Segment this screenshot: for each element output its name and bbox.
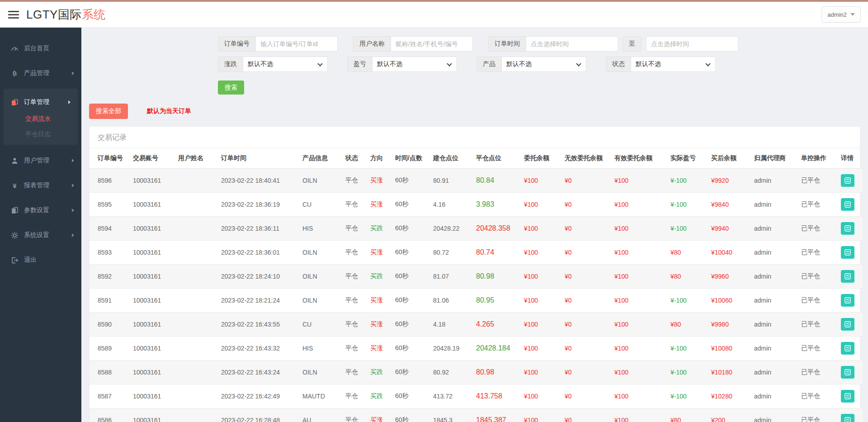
cell-valid: ¥100 <box>611 337 667 360</box>
cell-valid: ¥100 <box>611 241 667 265</box>
cell-id: 8593 <box>90 241 129 265</box>
detail-button[interactable] <box>841 270 854 283</box>
sidebar-item-users[interactable]: 用户管理 <box>0 152 81 170</box>
cell-valid: ¥100 <box>611 169 667 193</box>
sidebar-subitem-close-log[interactable]: 平仓日志 <box>4 127 78 142</box>
cell-open: 1845.3 <box>429 408 472 422</box>
detail-button[interactable] <box>841 414 854 422</box>
detail-button[interactable] <box>841 318 854 331</box>
dashboard-icon <box>11 45 19 52</box>
sidebar-item-parameters[interactable]: 参数设置 <box>0 201 81 219</box>
filter-label: 产品 <box>476 57 501 72</box>
cell-agent: admin <box>750 193 797 217</box>
cell-agent: admin <box>750 408 797 422</box>
table-row: 8588100031612023-02-22 16:43:24OILN平仓买跌6… <box>90 360 863 384</box>
cell-product: OILN <box>299 265 342 289</box>
cell-product: OILN <box>299 241 342 265</box>
sidebar-item-label: 产品管理 <box>24 69 49 77</box>
cell-balance: ¥9940 <box>708 217 750 241</box>
select-value: 默认不选 <box>636 60 661 68</box>
cell-time: 2023-02-22 18:36:11 <box>217 217 299 241</box>
cell-open: 80.72 <box>429 241 472 265</box>
cell-entrust: ¥100 <box>520 384 561 408</box>
top-header: LGTY国际系统 admin2 <box>0 2 868 27</box>
cell-invalid: ¥0 <box>561 265 611 289</box>
product-select[interactable]: 默认不选 <box>501 57 586 72</box>
search-button[interactable]: 搜索 <box>218 81 244 95</box>
detail-button[interactable] <box>841 198 854 211</box>
order-no-input[interactable] <box>255 36 338 52</box>
detail-button[interactable] <box>841 366 854 379</box>
detail-button[interactable] <box>841 390 854 403</box>
user-name: admin2 <box>827 11 847 18</box>
detail-button[interactable] <box>841 222 854 235</box>
cell-valid: ¥100 <box>611 313 667 337</box>
cell-balance: ¥9920 <box>708 169 750 193</box>
cell-invalid: ¥0 <box>561 241 611 265</box>
logout-icon <box>11 256 19 264</box>
cell-profit: ¥-100 <box>667 289 708 313</box>
chevron-down-icon <box>447 61 452 66</box>
sidebar-item-system[interactable]: 系统设置 <box>0 226 81 244</box>
cell-control: 已平仓 <box>797 408 837 422</box>
detail-button[interactable] <box>841 294 854 307</box>
sidebar-item-dashboard[interactable]: 后台首页 <box>0 39 81 57</box>
time-to-input[interactable] <box>646 36 738 52</box>
user-name-input[interactable] <box>391 36 473 52</box>
sidebar-item-order-management[interactable]: 订单管理 <box>4 93 78 111</box>
cell-invalid: ¥0 <box>561 169 611 193</box>
column-header: 建仓点位 <box>429 148 472 169</box>
column-header: 有效委托余额 <box>611 148 667 169</box>
time-from-input[interactable] <box>526 36 618 52</box>
column-header: 订单编号 <box>90 148 129 169</box>
menu-toggle-icon[interactable] <box>8 11 19 19</box>
cell-duration: 60秒 <box>392 265 429 289</box>
main-content: 订单编号 用户名称 订单时间 至 涨跌 默认不选 <box>81 27 868 422</box>
cell-account: 10003161 <box>129 265 175 289</box>
list-icon <box>844 393 851 399</box>
detail-button[interactable] <box>841 342 854 355</box>
column-header: 归属代理商 <box>750 148 797 169</box>
rise-fall-select[interactable]: 默认不选 <box>243 57 328 72</box>
cell-open: 413.72 <box>429 384 472 408</box>
cell-name <box>175 289 217 313</box>
cell-name <box>175 337 217 360</box>
cell-duration: 60秒 <box>392 193 429 217</box>
detail-button[interactable] <box>841 246 854 259</box>
profit-select[interactable]: 默认不选 <box>372 57 457 72</box>
cell-control: 已平仓 <box>797 193 837 217</box>
cell-valid: ¥100 <box>611 360 667 384</box>
cell-id: 8594 <box>90 217 129 241</box>
cell-name <box>175 408 217 422</box>
cell-entrust: ¥100 <box>520 360 561 384</box>
cell-invalid: ¥0 <box>561 289 611 313</box>
cell-name <box>175 217 217 241</box>
cell-agent: admin <box>750 337 797 360</box>
sidebar-item-label: 用户管理 <box>24 156 49 165</box>
cell-detail <box>837 289 863 313</box>
cell-time: 2023-02-22 18:36:01 <box>217 241 299 265</box>
cell-control: 已平仓 <box>797 241 837 265</box>
cell-account: 10003161 <box>129 384 175 408</box>
user-dropdown[interactable]: admin2 <box>821 6 861 23</box>
sidebar-item-logout[interactable]: 退出 <box>0 251 81 269</box>
filter-label: 订单编号 <box>218 36 255 52</box>
cell-duration: 60秒 <box>392 313 429 337</box>
trade-records-card: 交易记录 订单编号交易账号用户姓名订单时间产品信息状态方向时间/点数建仓点位平仓… <box>89 126 860 422</box>
sidebar-item-reports[interactable]: ¥ 报表管理 <box>0 176 81 194</box>
search-all-button[interactable]: 搜索全部 <box>89 104 128 119</box>
column-header: 交易账号 <box>129 148 175 169</box>
status-select[interactable]: 默认不选 <box>631 57 716 72</box>
column-header: 用户姓名 <box>175 148 217 169</box>
cell-direction: 买跌 <box>367 217 392 241</box>
cell-valid: ¥100 <box>611 193 667 217</box>
detail-button[interactable] <box>841 174 854 187</box>
cell-balance: ¥10180 <box>708 360 750 384</box>
cell-detail <box>837 265 863 289</box>
list-icon <box>844 345 851 351</box>
cell-name <box>175 241 217 265</box>
cell-product: CU <box>299 193 342 217</box>
cell-valid: ¥100 <box>611 265 667 289</box>
sidebar-subitem-trade-flow[interactable]: 交易流水 <box>4 111 78 127</box>
sidebar-item-products[interactable]: B 产品管理 <box>0 64 81 82</box>
